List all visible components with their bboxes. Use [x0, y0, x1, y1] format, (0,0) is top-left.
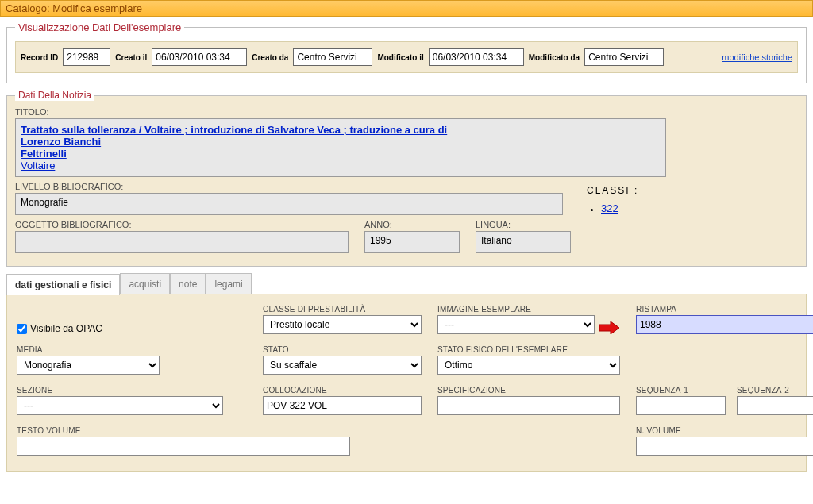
n-vol-label: N. VOLUME: [636, 426, 813, 435]
ristampa-input[interactable]: [636, 315, 813, 334]
oggetto-label: OGGETTO BIBLIOGRAFICO:: [15, 220, 349, 229]
tab-content: Visibile da OPAC CLASSE DI PRESTABILITÀ …: [6, 294, 807, 472]
tab-strip: dati gestionali e fisici acquisti note l…: [6, 273, 807, 294]
collocazione-input[interactable]: [263, 396, 422, 415]
classi-block: CLASSI : 322: [587, 185, 798, 214]
main-fieldset: Visualizzazione Dati Dell'esemplare Reco…: [6, 21, 807, 83]
title-link-line2[interactable]: Lorenzo Bianchi: [21, 136, 101, 148]
seq2-label: SEQUENZA-2: [737, 386, 813, 394]
titolo-box: Trattato sulla tolleranza / Voltaire ; i…: [15, 118, 666, 177]
img-label: IMMAGINE ESEMPLARE: [437, 305, 595, 314]
window-title: Catalogo: Modifica esemplare: [6, 2, 142, 14]
livello-label: LIVELLO BIBLIOGRAFICO:: [15, 182, 571, 191]
titolo-row: TITOLO: Trattato sulla tolleranza / Volt…: [15, 107, 798, 177]
lingua-label: LINGUA:: [476, 220, 571, 229]
seq2-input[interactable]: [737, 396, 813, 415]
oggetto-value: [15, 231, 349, 253]
notizia-legend: Dati Della Notizia: [15, 90, 94, 101]
n-vol-input[interactable]: [636, 437, 813, 456]
notizia-cols: LIVELLO BIBLIOGRAFICO: Monografie OGGETT…: [15, 182, 798, 258]
specificazione-label: SPECIFICAZIONE: [437, 386, 620, 394]
notizia-fieldset: Dati Della Notizia TITOLO: Trattato sull…: [6, 90, 807, 267]
modified-label: Modificato il: [377, 53, 423, 62]
page-body: Visualizzazione Dati Dell'esemplare Reco…: [0, 17, 813, 480]
tab-dati-gestionali[interactable]: dati gestionali e fisici: [6, 274, 120, 295]
classe-prest-select[interactable]: Prestito locale: [263, 315, 422, 334]
livello-value: Monografie: [15, 193, 563, 215]
stato-fisico-label: STATO FISICO DELL'ESEMPLARE: [437, 345, 620, 354]
sezione-select[interactable]: ---: [17, 396, 223, 415]
anno-value: 1995: [364, 231, 460, 253]
modified-by-value: Centro Servizi: [584, 48, 664, 66]
sezione-label: SEZIONE: [17, 386, 247, 394]
testo-vol-input[interactable]: [17, 437, 350, 456]
modified-by-label: Modificato da: [529, 53, 580, 62]
specificazione-input[interactable]: [437, 396, 620, 415]
anno-label: ANNO:: [364, 220, 460, 229]
created-by-value: Centro Servizi: [293, 48, 372, 66]
meta-bar: Record ID 212989 Creato il 06/03/2010 03…: [15, 41, 798, 73]
arrow-icon: [598, 321, 620, 334]
form-grid: Visibile da OPAC CLASSE DI PRESTABILITÀ …: [17, 305, 796, 456]
tab-border: [252, 294, 807, 294]
tab-legami[interactable]: legami: [206, 273, 251, 294]
stato-label: STATO: [263, 345, 422, 354]
classi-label: CLASSI :: [587, 185, 798, 196]
created-by-label: Creato da: [252, 53, 288, 62]
media-select[interactable]: Monografia: [17, 356, 160, 375]
visible-opac-row: Visibile da OPAC: [17, 323, 247, 334]
media-label: MEDIA: [17, 345, 247, 354]
classe-prest-label: CLASSE DI PRESTABILITÀ: [263, 305, 422, 314]
stato-fisico-select[interactable]: Ottimo: [437, 356, 620, 375]
tab-note[interactable]: note: [170, 273, 206, 294]
modified-value: 06/03/2010 03:34: [429, 48, 524, 66]
visible-opac-checkbox[interactable]: [17, 324, 27, 334]
lingua-value: Italiano: [476, 231, 571, 253]
author-link[interactable]: Voltaire: [21, 160, 55, 171]
title-link-line1[interactable]: Trattato sulla tolleranza / Voltaire ; i…: [21, 124, 447, 136]
ristampa-label: RISTAMPA: [636, 305, 813, 314]
window-title-bar: Catalogo: Modifica esemplare: [0, 0, 813, 17]
img-select[interactable]: ---: [437, 315, 595, 334]
seq1-input[interactable]: [636, 396, 726, 415]
stato-select[interactable]: Su scaffale: [263, 356, 422, 375]
tab-acquisti[interactable]: acquisti: [120, 273, 170, 294]
record-id-value: 212989: [63, 48, 110, 66]
collocazione-label: COLLOCAZIONE: [263, 386, 422, 394]
classi-link[interactable]: 322: [601, 202, 618, 214]
visible-opac-label: Visibile da OPAC: [30, 323, 102, 334]
seq1-label: SEQUENZA-1: [636, 386, 726, 394]
titolo-label: TITOLO:: [15, 107, 798, 117]
created-label: Creato il: [115, 53, 147, 62]
created-value: 06/03/2010 03:34: [152, 48, 247, 66]
record-id-label: Record ID: [21, 53, 58, 62]
testo-vol-label: TESTO VOLUME: [17, 426, 422, 435]
historic-changes-link[interactable]: modifiche storiche: [722, 52, 792, 62]
notizia-wrapper: Dati Della Notizia TITOLO: Trattato sull…: [6, 90, 807, 267]
main-legend: Visualizzazione Dati Dell'esemplare: [15, 21, 184, 33]
publisher-link[interactable]: Feltrinelli: [21, 148, 67, 160]
